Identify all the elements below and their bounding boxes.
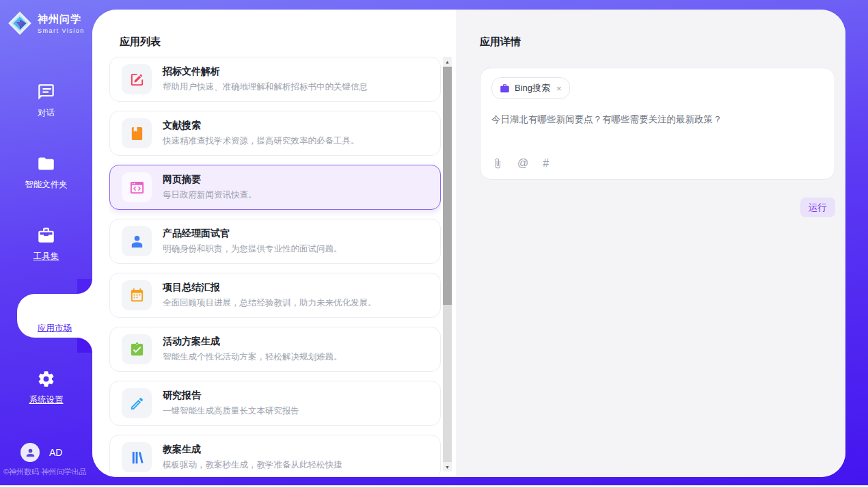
sidebar-item-2[interactable]: 工具集	[0, 220, 92, 268]
app-card[interactable]: 文献搜索快速精准查找学术资源，提高研究效率的必备工具。	[109, 111, 441, 156]
copyright-footer: ©神州数码·神州问学出品	[3, 467, 92, 477]
folder-icon	[37, 154, 55, 173]
app-card[interactable]: 活动方案生成智能生成个性化活动方案，轻松解决规划难题。	[109, 327, 441, 372]
app-name: 教案生成	[163, 444, 342, 456]
tool-chip-label: Bing搜索	[515, 82, 550, 94]
app-name: 网页摘要	[163, 174, 257, 186]
avatar	[21, 443, 40, 462]
gear-icon	[37, 370, 55, 388]
active-tab-curve-bottom	[77, 338, 92, 353]
sidebar-item-3[interactable]: 应用市场	[17, 294, 92, 338]
app-card[interactable]: 研究报告一键智能生成高质量长文本研究报告	[109, 381, 441, 426]
app-name: 招标文件解析	[163, 66, 368, 78]
app-description: 模板驱动，教案秒生成，教学准备从此轻松快捷	[163, 459, 342, 471]
app-description: 一键智能生成高质量长文本研究报告	[163, 405, 299, 417]
chip-close-icon[interactable]: ×	[556, 84, 562, 93]
app-card[interactable]: 项目总结汇报全面回顾项目进展，总结经验教训，助力未来优化发展。	[109, 273, 441, 318]
app-name: 产品经理面试官	[163, 228, 342, 240]
book-icon	[122, 118, 152, 148]
app-description: 明确身份和职责，为您提供专业性的面试问题。	[163, 243, 342, 255]
app-name: 文献搜索	[163, 120, 360, 132]
composer-toolbar: @ #	[492, 157, 549, 170]
app-description: 智能生成个性化活动方案，轻松解决规划难题。	[163, 351, 342, 363]
app-list-panel: 应用列表 招标文件解析帮助用户快速、准确地理解和解析招标书中的关键信息文献搜索快…	[92, 10, 456, 477]
scrollbar[interactable]: ▲ ▼	[443, 57, 452, 472]
brand-logo: 神州问学 Smart Vision	[0, 0, 92, 36]
pen-report-icon	[122, 388, 152, 418]
sidebar-item-label: 系统设置	[29, 394, 64, 406]
query-text-input[interactable]: 今日湖北有哪些新闻要点？有哪些需要关注的最新政策？	[491, 113, 824, 126]
app-card[interactable]: 招标文件解析帮助用户快速、准确地理解和解析招标书中的关键信息	[109, 57, 441, 102]
sidebar-item-label: 对话	[38, 107, 55, 119]
toolbox-icon	[37, 226, 55, 245]
hash-icon[interactable]: #	[543, 157, 549, 170]
app-list: 招标文件解析帮助用户快速、准确地理解和解析招标书中的关键信息文献搜索快速精准查找…	[109, 57, 441, 475]
app-detail-title: 应用详情	[480, 36, 835, 49]
sidebar: 神州问学 Smart Vision 对话智能文件夹工具集应用市场系统设置 AD …	[0, 0, 92, 485]
app-name: 项目总结汇报	[163, 282, 377, 294]
bottom-strip	[0, 485, 868, 488]
app-card[interactable]: 网页摘要每日政府新闻资讯快查。	[109, 165, 441, 210]
app-name: 活动方案生成	[163, 336, 342, 348]
scrollbar-down-icon[interactable]: ▼	[443, 462, 452, 472]
app-description: 每日政府新闻资讯快查。	[163, 189, 257, 201]
chat-icon	[37, 83, 55, 101]
scrollbar-up-icon[interactable]: ▲	[443, 57, 452, 66]
books-icon	[122, 442, 152, 472]
briefcase-icon	[500, 83, 510, 94]
app-name: 研究报告	[163, 390, 299, 402]
app-card[interactable]: 教案生成模板驱动，教案秒生成，教学准备从此轻松快捷	[109, 435, 441, 475]
app-description: 帮助用户快速、准确地理解和解析招标书中的关键信息	[163, 81, 368, 93]
diamond-logo-icon	[7, 10, 33, 36]
app-description: 快速精准查找学术资源，提高研究效率的必备工具。	[163, 135, 360, 147]
app-description: 全面回顾项目进展，总结经验教训，助力未来优化发展。	[163, 297, 377, 309]
active-tab-curve-top	[77, 279, 92, 294]
paperclip-icon[interactable]	[492, 158, 503, 169]
mention-icon[interactable]: @	[517, 157, 528, 170]
document-edit-icon	[122, 64, 152, 94]
main-content: 应用列表 招标文件解析帮助用户快速、准确地理解和解析招标书中的关键信息文献搜索快…	[92, 10, 845, 477]
app-list-title: 应用列表	[120, 36, 161, 49]
cube-icon	[46, 298, 64, 316]
user-account[interactable]: AD	[21, 443, 62, 462]
sidebar-nav: 对话智能文件夹工具集应用市场系统设置	[0, 77, 92, 435]
app-card[interactable]: 产品经理面试官明确身份和职责，为您提供专业性的面试问题。	[109, 219, 441, 264]
sidebar-item-label: 工具集	[33, 251, 59, 262]
run-button[interactable]: 运行	[800, 198, 835, 217]
prompt-input-card[interactable]: Bing搜索 × 今日湖北有哪些新闻要点？有哪些需要关注的最新政策？ @ #	[480, 68, 835, 180]
sidebar-item-0[interactable]: 对话	[0, 77, 92, 124]
sidebar-item-1[interactable]: 智能文件夹	[0, 148, 92, 196]
sidebar-item-4[interactable]: 系统设置	[0, 364, 92, 411]
clipboard-check-icon	[122, 334, 152, 364]
user-initials: AD	[49, 447, 62, 458]
tool-chip-bing-search[interactable]: Bing搜索 ×	[491, 77, 570, 99]
app-detail-panel: 应用详情 Bing搜索 × 今日湖北有哪些新闻要点？有哪些需要关注的最新政策？ …	[456, 10, 845, 477]
sidebar-item-label: 应用市场	[38, 323, 72, 334]
brand-subtitle: Smart Vision	[38, 27, 85, 34]
brand-name: 神州问学	[38, 13, 85, 26]
interviewer-icon	[122, 226, 152, 256]
calendar-note-icon	[122, 280, 152, 310]
browser-code-icon	[122, 172, 152, 202]
sidebar-item-label: 智能文件夹	[25, 179, 68, 191]
person-icon	[25, 447, 36, 459]
scrollbar-thumb[interactable]	[443, 67, 452, 305]
run-row: 运行	[480, 198, 835, 217]
